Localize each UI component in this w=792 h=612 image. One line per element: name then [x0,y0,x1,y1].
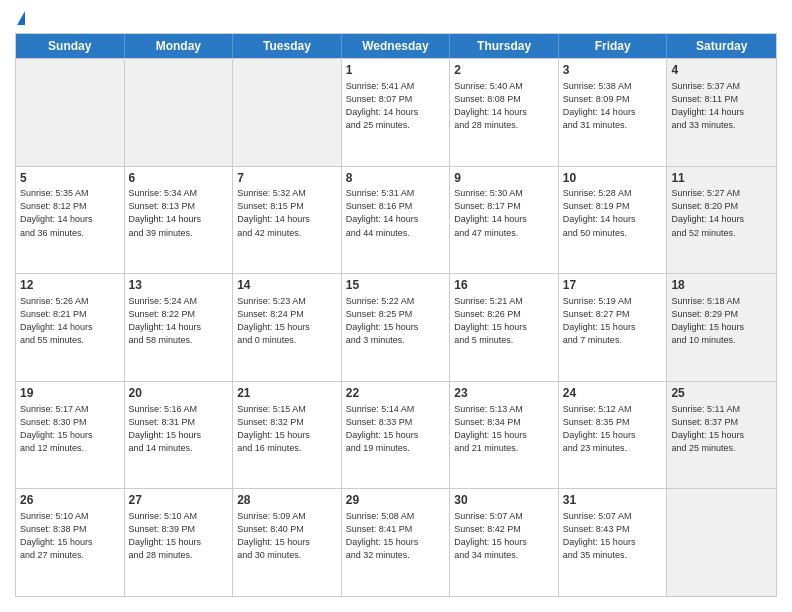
day-info: Sunrise: 5:34 AM Sunset: 8:13 PM Dayligh… [129,187,229,239]
day-number: 12 [20,277,120,294]
calendar-row-2: 5Sunrise: 5:35 AM Sunset: 8:12 PM Daylig… [16,166,776,274]
day-number: 8 [346,170,446,187]
header [15,15,777,25]
calendar-day-19: 19Sunrise: 5:17 AM Sunset: 8:30 PM Dayli… [16,382,125,489]
day-number: 10 [563,170,663,187]
day-info: Sunrise: 5:30 AM Sunset: 8:17 PM Dayligh… [454,187,554,239]
calendar-day-10: 10Sunrise: 5:28 AM Sunset: 8:19 PM Dayli… [559,167,668,274]
calendar-day-25: 25Sunrise: 5:11 AM Sunset: 8:37 PM Dayli… [667,382,776,489]
header-day-wednesday: Wednesday [342,34,451,58]
calendar-row-1: 1Sunrise: 5:41 AM Sunset: 8:07 PM Daylig… [16,58,776,166]
day-number: 5 [20,170,120,187]
day-number: 23 [454,385,554,402]
calendar-day-22: 22Sunrise: 5:14 AM Sunset: 8:33 PM Dayli… [342,382,451,489]
calendar: SundayMondayTuesdayWednesdayThursdayFrid… [15,33,777,597]
calendar-empty-cell [233,59,342,166]
day-info: Sunrise: 5:14 AM Sunset: 8:33 PM Dayligh… [346,403,446,455]
day-number: 4 [671,62,772,79]
calendar-header: SundayMondayTuesdayWednesdayThursdayFrid… [16,34,776,58]
calendar-day-16: 16Sunrise: 5:21 AM Sunset: 8:26 PM Dayli… [450,274,559,381]
day-info: Sunrise: 5:32 AM Sunset: 8:15 PM Dayligh… [237,187,337,239]
day-info: Sunrise: 5:37 AM Sunset: 8:11 PM Dayligh… [671,80,772,132]
calendar-empty-cell [16,59,125,166]
header-day-thursday: Thursday [450,34,559,58]
day-number: 24 [563,385,663,402]
calendar-day-31: 31Sunrise: 5:07 AM Sunset: 8:43 PM Dayli… [559,489,668,596]
logo [15,15,25,25]
calendar-day-20: 20Sunrise: 5:16 AM Sunset: 8:31 PM Dayli… [125,382,234,489]
day-info: Sunrise: 5:41 AM Sunset: 8:07 PM Dayligh… [346,80,446,132]
day-number: 3 [563,62,663,79]
calendar-day-14: 14Sunrise: 5:23 AM Sunset: 8:24 PM Dayli… [233,274,342,381]
calendar-day-28: 28Sunrise: 5:09 AM Sunset: 8:40 PM Dayli… [233,489,342,596]
day-number: 2 [454,62,554,79]
day-number: 16 [454,277,554,294]
day-info: Sunrise: 5:16 AM Sunset: 8:31 PM Dayligh… [129,403,229,455]
calendar-day-11: 11Sunrise: 5:27 AM Sunset: 8:20 PM Dayli… [667,167,776,274]
calendar-day-18: 18Sunrise: 5:18 AM Sunset: 8:29 PM Dayli… [667,274,776,381]
calendar-day-26: 26Sunrise: 5:10 AM Sunset: 8:38 PM Dayli… [16,489,125,596]
day-info: Sunrise: 5:24 AM Sunset: 8:22 PM Dayligh… [129,295,229,347]
calendar-day-4: 4Sunrise: 5:37 AM Sunset: 8:11 PM Daylig… [667,59,776,166]
day-info: Sunrise: 5:17 AM Sunset: 8:30 PM Dayligh… [20,403,120,455]
day-number: 11 [671,170,772,187]
day-info: Sunrise: 5:40 AM Sunset: 8:08 PM Dayligh… [454,80,554,132]
calendar-day-13: 13Sunrise: 5:24 AM Sunset: 8:22 PM Dayli… [125,274,234,381]
day-info: Sunrise: 5:35 AM Sunset: 8:12 PM Dayligh… [20,187,120,239]
day-info: Sunrise: 5:26 AM Sunset: 8:21 PM Dayligh… [20,295,120,347]
day-number: 15 [346,277,446,294]
header-day-friday: Friday [559,34,668,58]
header-day-monday: Monday [125,34,234,58]
calendar-day-17: 17Sunrise: 5:19 AM Sunset: 8:27 PM Dayli… [559,274,668,381]
calendar-day-23: 23Sunrise: 5:13 AM Sunset: 8:34 PM Dayli… [450,382,559,489]
day-number: 7 [237,170,337,187]
day-number: 9 [454,170,554,187]
day-info: Sunrise: 5:19 AM Sunset: 8:27 PM Dayligh… [563,295,663,347]
day-info: Sunrise: 5:22 AM Sunset: 8:25 PM Dayligh… [346,295,446,347]
day-number: 25 [671,385,772,402]
header-day-sunday: Sunday [16,34,125,58]
day-info: Sunrise: 5:13 AM Sunset: 8:34 PM Dayligh… [454,403,554,455]
day-info: Sunrise: 5:07 AM Sunset: 8:43 PM Dayligh… [563,510,663,562]
calendar-day-3: 3Sunrise: 5:38 AM Sunset: 8:09 PM Daylig… [559,59,668,166]
header-day-tuesday: Tuesday [233,34,342,58]
day-number: 6 [129,170,229,187]
day-info: Sunrise: 5:27 AM Sunset: 8:20 PM Dayligh… [671,187,772,239]
day-info: Sunrise: 5:21 AM Sunset: 8:26 PM Dayligh… [454,295,554,347]
header-day-saturday: Saturday [667,34,776,58]
day-info: Sunrise: 5:23 AM Sunset: 8:24 PM Dayligh… [237,295,337,347]
day-number: 31 [563,492,663,509]
page: SundayMondayTuesdayWednesdayThursdayFrid… [0,0,792,612]
day-info: Sunrise: 5:10 AM Sunset: 8:38 PM Dayligh… [20,510,120,562]
day-info: Sunrise: 5:09 AM Sunset: 8:40 PM Dayligh… [237,510,337,562]
calendar-body: 1Sunrise: 5:41 AM Sunset: 8:07 PM Daylig… [16,58,776,596]
calendar-day-15: 15Sunrise: 5:22 AM Sunset: 8:25 PM Dayli… [342,274,451,381]
day-number: 29 [346,492,446,509]
calendar-row-3: 12Sunrise: 5:26 AM Sunset: 8:21 PM Dayli… [16,273,776,381]
day-info: Sunrise: 5:08 AM Sunset: 8:41 PM Dayligh… [346,510,446,562]
day-number: 17 [563,277,663,294]
calendar-day-8: 8Sunrise: 5:31 AM Sunset: 8:16 PM Daylig… [342,167,451,274]
day-number: 19 [20,385,120,402]
day-info: Sunrise: 5:18 AM Sunset: 8:29 PM Dayligh… [671,295,772,347]
day-number: 13 [129,277,229,294]
calendar-day-29: 29Sunrise: 5:08 AM Sunset: 8:41 PM Dayli… [342,489,451,596]
calendar-empty-cell [125,59,234,166]
calendar-row-4: 19Sunrise: 5:17 AM Sunset: 8:30 PM Dayli… [16,381,776,489]
calendar-day-12: 12Sunrise: 5:26 AM Sunset: 8:21 PM Dayli… [16,274,125,381]
day-number: 1 [346,62,446,79]
calendar-day-6: 6Sunrise: 5:34 AM Sunset: 8:13 PM Daylig… [125,167,234,274]
calendar-day-27: 27Sunrise: 5:10 AM Sunset: 8:39 PM Dayli… [125,489,234,596]
day-number: 28 [237,492,337,509]
day-info: Sunrise: 5:31 AM Sunset: 8:16 PM Dayligh… [346,187,446,239]
day-info: Sunrise: 5:07 AM Sunset: 8:42 PM Dayligh… [454,510,554,562]
day-info: Sunrise: 5:11 AM Sunset: 8:37 PM Dayligh… [671,403,772,455]
day-info: Sunrise: 5:12 AM Sunset: 8:35 PM Dayligh… [563,403,663,455]
day-info: Sunrise: 5:15 AM Sunset: 8:32 PM Dayligh… [237,403,337,455]
calendar-day-5: 5Sunrise: 5:35 AM Sunset: 8:12 PM Daylig… [16,167,125,274]
calendar-day-1: 1Sunrise: 5:41 AM Sunset: 8:07 PM Daylig… [342,59,451,166]
calendar-day-9: 9Sunrise: 5:30 AM Sunset: 8:17 PM Daylig… [450,167,559,274]
day-number: 21 [237,385,337,402]
day-number: 26 [20,492,120,509]
day-number: 27 [129,492,229,509]
